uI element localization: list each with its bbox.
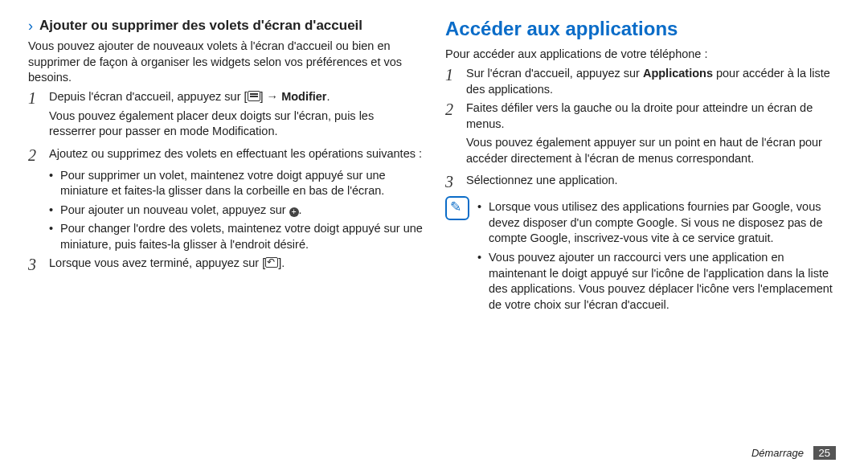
left-step-1: 1 Depuis l'écran d'accueil, appuyez sur … xyxy=(28,89,423,143)
step-extra: Vous pouvez également appuyer sur un poi… xyxy=(466,135,840,166)
step-number: 1 xyxy=(28,89,49,108)
right-step-1: 1 Sur l'écran d'accueil, appuyez sur App… xyxy=(445,66,840,97)
right-heading: Accéder aux applications xyxy=(445,16,840,42)
step-number: 3 xyxy=(28,256,49,274)
left-step-2: 2 Ajoutez ou supprimez des volets en eff… xyxy=(28,146,423,165)
bullet-item: Pour supprimer un volet, maintenez votre… xyxy=(49,168,423,199)
text: ] → xyxy=(260,90,282,103)
page-footer: Démarrage 25 xyxy=(751,446,836,460)
text: Sélectionnez une application. xyxy=(466,174,618,186)
left-column: › Ajouter ou supprimer des volets d'écra… xyxy=(28,16,423,316)
bullet-item: Pour changer l'ordre des volets, mainten… xyxy=(49,221,423,252)
text: Sur l'écran d'accueil, appuyez sur xyxy=(466,67,643,80)
right-step-2: 2 Faites défiler vers la gauche ou la dr… xyxy=(445,100,840,170)
text: Pour ajouter un nouveau volet, appuyez s… xyxy=(60,203,289,216)
left-intro: Vous pouvez ajouter de nouveaux volets à… xyxy=(28,39,423,86)
step-body: Depuis l'écran d'accueil, appuyez sur []… xyxy=(49,89,423,143)
left-bullets: Pour supprimer un volet, maintenez votre… xyxy=(49,168,423,253)
note-bullets: Lorsque vous utilisez des applications f… xyxy=(477,199,840,313)
bold-text: Modifier xyxy=(281,90,326,103)
chevron-icon: › xyxy=(28,16,33,35)
text: . xyxy=(299,203,302,216)
note-body: Lorsque vous utilisez des applications f… xyxy=(477,196,840,316)
right-step-3: 3 Sélectionnez une application. xyxy=(445,173,840,191)
footer-section: Démarrage xyxy=(751,447,804,459)
menu-icon xyxy=(248,91,260,101)
step-body: Lorsque vous avez terminé, appuyez sur [… xyxy=(49,256,423,272)
text: Ajoutez ou supprimez des volets en effec… xyxy=(49,147,422,160)
text: Depuis l'écran d'accueil, appuyez sur [ xyxy=(49,90,248,103)
text: . xyxy=(327,90,330,103)
page-content: › Ajouter ou supprimer des volets d'écra… xyxy=(0,0,868,324)
text: Faites défiler vers la gauche ou la droi… xyxy=(466,101,813,130)
text: Lorsque vous avez terminé, appuyez sur [ xyxy=(49,256,265,269)
back-icon: ↶ xyxy=(265,257,278,268)
bold-text: Applications xyxy=(643,67,713,80)
bullet-item: Lorsque vous utilisez des applications f… xyxy=(477,199,840,247)
step-number: 2 xyxy=(28,146,49,165)
note-icon xyxy=(445,196,469,220)
note-block: Lorsque vous utilisez des applications f… xyxy=(445,196,840,316)
step-body: Faites défiler vers la gauche ou la droi… xyxy=(466,100,840,170)
bullet-item: Vous pouvez ajouter un raccourci vers un… xyxy=(477,250,840,313)
step-number: 2 xyxy=(445,100,466,119)
step-number: 1 xyxy=(445,66,466,84)
right-intro: Pour accéder aux applications de votre t… xyxy=(445,47,840,63)
footer-page: 25 xyxy=(813,446,836,460)
step-extra: Vous pouvez également placer deux doigts… xyxy=(49,109,423,140)
text: ]. xyxy=(278,256,285,269)
left-heading: Ajouter ou supprimer des volets d'écran … xyxy=(39,18,362,33)
bullet-item: Pour ajouter un nouveau volet, appuyez s… xyxy=(49,203,423,219)
left-step-3: 3 Lorsque vous avez terminé, appuyez sur… xyxy=(28,256,423,274)
step-body: Sélectionnez une application. xyxy=(466,173,840,189)
step-body: Ajoutez ou supprimez des volets en effec… xyxy=(49,146,423,162)
right-column: Accéder aux applications Pour accéder au… xyxy=(445,16,840,316)
plus-icon: + xyxy=(289,207,299,217)
step-body: Sur l'écran d'accueil, appuyez sur Appli… xyxy=(466,66,840,97)
step-number: 3 xyxy=(445,173,466,191)
left-heading-row: › Ajouter ou supprimer des volets d'écra… xyxy=(28,16,423,35)
